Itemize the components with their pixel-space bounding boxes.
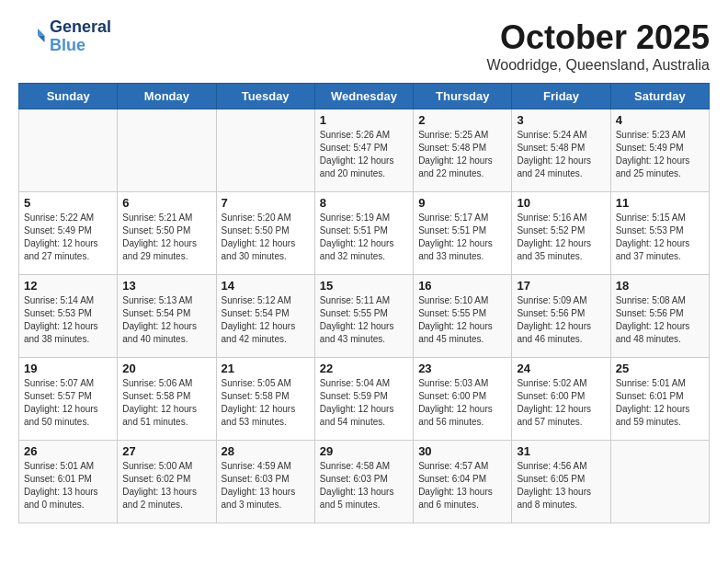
calendar-cell: 11Sunrise: 5:15 AM Sunset: 5:53 PM Dayli… (610, 192, 709, 275)
day-info: Sunrise: 4:57 AM Sunset: 6:04 PM Dayligh… (418, 460, 506, 511)
day-info: Sunrise: 5:21 AM Sunset: 5:50 PM Dayligh… (122, 212, 210, 263)
day-number: 4 (616, 113, 704, 127)
day-number: 26 (24, 444, 112, 458)
calendar-title: October 2025 (486, 18, 710, 57)
day-header-thursday: Thursday (414, 84, 512, 109)
day-info: Sunrise: 5:02 AM Sunset: 6:00 PM Dayligh… (517, 377, 605, 429)
day-header-tuesday: Tuesday (216, 84, 314, 109)
day-info: Sunrise: 5:12 AM Sunset: 5:54 PM Dayligh… (222, 294, 310, 346)
day-info: Sunrise: 5:11 AM Sunset: 5:55 PM Dayligh… (320, 294, 408, 346)
day-number: 15 (320, 279, 408, 293)
header: General Blue October 2025 Woodridge, Que… (18, 18, 710, 74)
week-row-2: 5Sunrise: 5:22 AM Sunset: 5:49 PM Daylig… (19, 192, 710, 275)
calendar-cell: 29Sunrise: 4:58 AM Sunset: 6:03 PM Dayli… (314, 441, 413, 523)
day-number: 13 (122, 279, 210, 293)
calendar-cell: 2Sunrise: 5:25 AM Sunset: 5:48 PM Daylig… (414, 109, 512, 192)
day-number: 10 (517, 196, 605, 210)
day-info: Sunrise: 5:01 AM Sunset: 6:01 PM Dayligh… (616, 377, 704, 429)
day-number: 24 (517, 362, 605, 375)
calendar-cell: 28Sunrise: 4:59 AM Sunset: 6:03 PM Dayli… (216, 441, 314, 523)
calendar-cell (216, 109, 314, 192)
day-info: Sunrise: 5:22 AM Sunset: 5:49 PM Dayligh… (24, 212, 112, 263)
day-info: Sunrise: 5:06 AM Sunset: 5:58 PM Dayligh… (122, 377, 210, 429)
calendar-cell: 22Sunrise: 5:04 AM Sunset: 5:59 PM Dayli… (314, 358, 413, 441)
day-number: 28 (222, 444, 310, 458)
day-info: Sunrise: 5:15 AM Sunset: 5:53 PM Dayligh… (616, 212, 704, 263)
calendar-cell: 13Sunrise: 5:13 AM Sunset: 5:54 PM Dayli… (118, 275, 216, 358)
day-header-row: SundayMondayTuesdayWednesdayThursdayFrid… (19, 84, 710, 109)
calendar-cell: 24Sunrise: 5:02 AM Sunset: 6:00 PM Dayli… (512, 358, 610, 441)
day-info: Sunrise: 5:20 AM Sunset: 5:50 PM Dayligh… (222, 212, 310, 263)
day-info: Sunrise: 5:16 AM Sunset: 5:52 PM Dayligh… (517, 212, 605, 263)
day-number: 29 (320, 444, 408, 458)
logo: General Blue (18, 18, 111, 55)
day-info: Sunrise: 5:17 AM Sunset: 5:51 PM Dayligh… (418, 212, 506, 263)
week-row-5: 26Sunrise: 5:01 AM Sunset: 6:01 PM Dayli… (19, 441, 710, 523)
week-row-4: 19Sunrise: 5:07 AM Sunset: 5:57 PM Dayli… (19, 358, 710, 441)
day-info: Sunrise: 5:13 AM Sunset: 5:54 PM Dayligh… (122, 294, 210, 346)
day-number: 19 (24, 362, 112, 375)
calendar-cell: 16Sunrise: 5:10 AM Sunset: 5:55 PM Dayli… (414, 275, 512, 358)
calendar-cell: 8Sunrise: 5:19 AM Sunset: 5:51 PM Daylig… (314, 192, 413, 275)
logo-icon (18, 23, 46, 51)
calendar-cell: 19Sunrise: 5:07 AM Sunset: 5:57 PM Dayli… (19, 358, 118, 441)
calendar-cell: 9Sunrise: 5:17 AM Sunset: 5:51 PM Daylig… (414, 192, 512, 275)
day-number: 25 (616, 362, 704, 375)
day-info: Sunrise: 5:00 AM Sunset: 6:02 PM Dayligh… (122, 460, 210, 511)
week-row-3: 12Sunrise: 5:14 AM Sunset: 5:53 PM Dayli… (19, 275, 710, 358)
day-number: 6 (122, 196, 210, 210)
day-number: 31 (517, 444, 605, 458)
day-number: 3 (517, 113, 605, 127)
calendar-cell: 10Sunrise: 5:16 AM Sunset: 5:52 PM Dayli… (512, 192, 610, 275)
day-info: Sunrise: 5:25 AM Sunset: 5:48 PM Dayligh… (418, 129, 506, 180)
day-number: 1 (320, 113, 408, 127)
day-header-saturday: Saturday (610, 84, 709, 109)
calendar-cell: 20Sunrise: 5:06 AM Sunset: 5:58 PM Dayli… (118, 358, 216, 441)
day-info: Sunrise: 5:10 AM Sunset: 5:55 PM Dayligh… (418, 294, 506, 346)
day-number: 21 (222, 362, 310, 375)
day-info: Sunrise: 5:14 AM Sunset: 5:53 PM Dayligh… (24, 294, 112, 346)
calendar-cell: 26Sunrise: 5:01 AM Sunset: 6:01 PM Dayli… (19, 441, 118, 523)
calendar-table: SundayMondayTuesdayWednesdayThursdayFrid… (18, 83, 710, 523)
day-header-friday: Friday (512, 84, 610, 109)
calendar-cell (610, 441, 709, 523)
day-info: Sunrise: 5:09 AM Sunset: 5:56 PM Dayligh… (517, 294, 605, 346)
calendar-subtitle: Woodridge, Queensland, Australia (486, 57, 710, 74)
calendar-cell: 31Sunrise: 4:56 AM Sunset: 6:05 PM Dayli… (512, 441, 610, 523)
calendar-cell: 4Sunrise: 5:23 AM Sunset: 5:49 PM Daylig… (610, 109, 709, 192)
day-info: Sunrise: 5:19 AM Sunset: 5:51 PM Dayligh… (320, 212, 408, 263)
day-number: 7 (222, 196, 310, 210)
week-row-1: 1Sunrise: 5:26 AM Sunset: 5:47 PM Daylig… (19, 109, 710, 192)
calendar-cell: 18Sunrise: 5:08 AM Sunset: 5:56 PM Dayli… (610, 275, 709, 358)
day-info: Sunrise: 5:07 AM Sunset: 5:57 PM Dayligh… (24, 377, 112, 429)
day-number: 20 (122, 362, 210, 375)
calendar-cell: 12Sunrise: 5:14 AM Sunset: 5:53 PM Dayli… (19, 275, 118, 358)
calendar-cell: 25Sunrise: 5:01 AM Sunset: 6:01 PM Dayli… (610, 358, 709, 441)
day-info: Sunrise: 5:08 AM Sunset: 5:56 PM Dayligh… (616, 294, 704, 346)
day-info: Sunrise: 5:23 AM Sunset: 5:49 PM Dayligh… (616, 129, 704, 180)
calendar-cell: 30Sunrise: 4:57 AM Sunset: 6:04 PM Dayli… (414, 441, 512, 523)
calendar-cell: 7Sunrise: 5:20 AM Sunset: 5:50 PM Daylig… (216, 192, 314, 275)
day-number: 22 (320, 362, 408, 375)
day-number: 30 (418, 444, 506, 458)
day-number: 18 (616, 279, 704, 293)
day-number: 23 (418, 362, 506, 375)
day-number: 2 (418, 113, 506, 127)
calendar-cell: 1Sunrise: 5:26 AM Sunset: 5:47 PM Daylig… (314, 109, 413, 192)
day-info: Sunrise: 4:59 AM Sunset: 6:03 PM Dayligh… (222, 460, 310, 511)
calendar-cell: 15Sunrise: 5:11 AM Sunset: 5:55 PM Dayli… (314, 275, 413, 358)
day-number: 5 (24, 196, 112, 210)
day-info: Sunrise: 5:01 AM Sunset: 6:01 PM Dayligh… (24, 460, 112, 511)
day-info: Sunrise: 5:05 AM Sunset: 5:58 PM Dayligh… (222, 377, 310, 429)
day-info: Sunrise: 4:58 AM Sunset: 6:03 PM Dayligh… (320, 460, 408, 511)
day-info: Sunrise: 5:03 AM Sunset: 6:00 PM Dayligh… (418, 377, 506, 429)
logo-text: General Blue (50, 18, 111, 55)
calendar-cell: 23Sunrise: 5:03 AM Sunset: 6:00 PM Dayli… (414, 358, 512, 441)
day-number: 17 (517, 279, 605, 293)
day-header-wednesday: Wednesday (314, 84, 413, 109)
day-header-sunday: Sunday (19, 84, 118, 109)
day-info: Sunrise: 5:04 AM Sunset: 5:59 PM Dayligh… (320, 377, 408, 429)
day-header-monday: Monday (118, 84, 216, 109)
day-number: 12 (24, 279, 112, 293)
day-number: 11 (616, 196, 704, 210)
